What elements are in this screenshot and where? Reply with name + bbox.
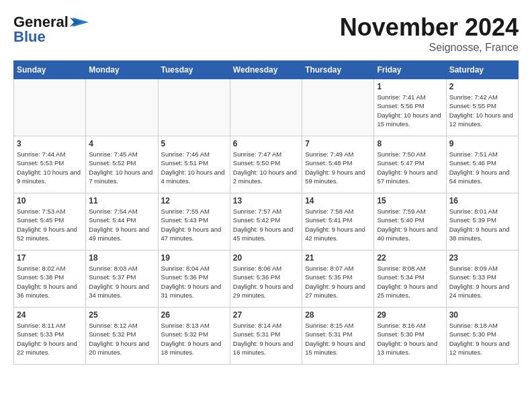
day-info: Sunrise: 8:15 AM Sunset: 5:31 PM Dayligh… — [305, 321, 371, 357]
day-info: Sunrise: 8:12 AM Sunset: 5:32 PM Dayligh… — [89, 321, 154, 357]
calendar-day-cell — [230, 79, 302, 136]
weekday-header-friday: Friday — [374, 61, 446, 79]
calendar-day-cell: 3Sunrise: 7:44 AM Sunset: 5:53 PM Daylig… — [14, 136, 86, 193]
day-number: 7 — [305, 139, 371, 148]
calendar-week-row: 3Sunrise: 7:44 AM Sunset: 5:53 PM Daylig… — [14, 136, 519, 193]
day-info: Sunrise: 8:16 AM Sunset: 5:30 PM Dayligh… — [377, 321, 443, 357]
day-number: 3 — [17, 139, 83, 148]
day-info: Sunrise: 7:44 AM Sunset: 5:53 PM Dayligh… — [17, 150, 83, 185]
day-number: 10 — [17, 196, 83, 205]
day-info: Sunrise: 7:49 AM Sunset: 5:48 PM Dayligh… — [305, 150, 371, 185]
day-number: 27 — [233, 310, 299, 320]
calendar-day-cell — [14, 79, 86, 136]
day-number: 12 — [161, 196, 227, 205]
calendar-day-cell: 27Sunrise: 8:14 AM Sunset: 5:31 PM Dayli… — [230, 308, 302, 365]
calendar-day-cell: 26Sunrise: 8:13 AM Sunset: 5:32 PM Dayli… — [158, 308, 230, 365]
day-number: 28 — [305, 310, 371, 320]
calendar-day-cell: 29Sunrise: 8:16 AM Sunset: 5:30 PM Dayli… — [374, 308, 446, 365]
calendar-day-cell: 10Sunrise: 7:53 AM Sunset: 5:45 PM Dayli… — [14, 193, 86, 250]
calendar-table: SundayMondayTuesdayWednesdayThursdayFrid… — [13, 60, 519, 365]
day-number: 20 — [233, 253, 299, 263]
weekday-header-monday: Monday — [86, 61, 158, 79]
calendar-day-cell: 30Sunrise: 8:18 AM Sunset: 5:30 PM Dayli… — [446, 308, 518, 365]
day-info: Sunrise: 7:45 AM Sunset: 5:52 PM Dayligh… — [89, 150, 154, 185]
month-title: November 2024 — [340, 13, 519, 42]
day-number: 8 — [377, 139, 443, 148]
day-info: Sunrise: 7:57 AM Sunset: 5:42 PM Dayligh… — [233, 207, 299, 242]
day-number: 15 — [377, 196, 443, 205]
title-block: November 2024 Seignosse, France — [340, 13, 519, 54]
calendar-day-cell: 6Sunrise: 7:47 AM Sunset: 5:50 PM Daylig… — [230, 136, 302, 193]
day-info: Sunrise: 8:06 AM Sunset: 5:36 PM Dayligh… — [233, 264, 299, 300]
weekday-header-sunday: Sunday — [14, 61, 86, 79]
weekday-header-saturday: Saturday — [446, 61, 518, 79]
day-number: 29 — [377, 310, 443, 320]
day-number: 30 — [449, 310, 515, 320]
calendar-day-cell: 28Sunrise: 8:15 AM Sunset: 5:31 PM Dayli… — [302, 308, 374, 365]
day-number: 1 — [377, 82, 443, 91]
calendar-day-cell: 16Sunrise: 8:01 AM Sunset: 5:39 PM Dayli… — [446, 193, 518, 250]
day-number: 24 — [17, 310, 83, 320]
day-info: Sunrise: 8:14 AM Sunset: 5:31 PM Dayligh… — [233, 321, 299, 357]
calendar-day-cell: 18Sunrise: 8:03 AM Sunset: 5:37 PM Dayli… — [86, 250, 158, 308]
day-number: 14 — [305, 196, 371, 205]
day-info: Sunrise: 7:50 AM Sunset: 5:47 PM Dayligh… — [377, 150, 443, 185]
calendar-day-cell: 9Sunrise: 7:51 AM Sunset: 5:46 PM Daylig… — [446, 136, 518, 193]
day-number: 22 — [377, 253, 443, 263]
day-number: 23 — [449, 253, 515, 263]
day-info: Sunrise: 7:46 AM Sunset: 5:51 PM Dayligh… — [161, 150, 227, 185]
day-number: 6 — [233, 139, 299, 148]
calendar-week-row: 24Sunrise: 8:11 AM Sunset: 5:33 PM Dayli… — [14, 308, 519, 365]
calendar-day-cell — [302, 79, 374, 136]
day-number: 26 — [161, 310, 227, 320]
page-header: General Blue November 2024 Seignosse, Fr… — [13, 13, 519, 54]
day-info: Sunrise: 7:58 AM Sunset: 5:41 PM Dayligh… — [305, 207, 371, 242]
day-info: Sunrise: 8:09 AM Sunset: 5:33 PM Dayligh… — [449, 264, 515, 300]
day-number: 17 — [17, 253, 83, 263]
day-number: 18 — [89, 253, 154, 263]
day-info: Sunrise: 7:51 AM Sunset: 5:46 PM Dayligh… — [449, 150, 515, 185]
day-number: 4 — [89, 139, 154, 148]
calendar-day-cell — [158, 79, 230, 136]
calendar-day-cell: 19Sunrise: 8:04 AM Sunset: 5:36 PM Dayli… — [158, 250, 230, 308]
calendar-day-cell — [86, 79, 158, 136]
calendar-day-cell: 23Sunrise: 8:09 AM Sunset: 5:33 PM Dayli… — [446, 250, 518, 308]
calendar-day-cell: 4Sunrise: 7:45 AM Sunset: 5:52 PM Daylig… — [86, 136, 158, 193]
day-number: 25 — [89, 310, 154, 320]
day-info: Sunrise: 7:54 AM Sunset: 5:44 PM Dayligh… — [89, 207, 154, 242]
day-info: Sunrise: 8:07 AM Sunset: 5:35 PM Dayligh… — [305, 264, 371, 300]
day-info: Sunrise: 7:53 AM Sunset: 5:45 PM Dayligh… — [17, 207, 83, 242]
weekday-header-tuesday: Tuesday — [158, 61, 230, 79]
calendar-day-cell: 11Sunrise: 7:54 AM Sunset: 5:44 PM Dayli… — [86, 193, 158, 250]
calendar-day-cell: 1Sunrise: 7:41 AM Sunset: 5:56 PM Daylig… — [374, 79, 446, 136]
day-info: Sunrise: 8:03 AM Sunset: 5:37 PM Dayligh… — [89, 264, 154, 300]
logo: General Blue — [13, 13, 89, 46]
calendar-day-cell: 7Sunrise: 7:49 AM Sunset: 5:48 PM Daylig… — [302, 136, 374, 193]
calendar-day-cell: 21Sunrise: 8:07 AM Sunset: 5:35 PM Dayli… — [302, 250, 374, 308]
calendar-day-cell: 20Sunrise: 8:06 AM Sunset: 5:36 PM Dayli… — [230, 250, 302, 308]
day-info: Sunrise: 7:42 AM Sunset: 5:55 PM Dayligh… — [449, 93, 515, 128]
location-subtitle: Seignosse, France — [340, 42, 519, 54]
calendar-day-cell: 12Sunrise: 7:55 AM Sunset: 5:43 PM Dayli… — [158, 193, 230, 250]
calendar-day-cell: 15Sunrise: 7:59 AM Sunset: 5:40 PM Dayli… — [374, 193, 446, 250]
day-number: 13 — [233, 196, 299, 205]
day-number: 16 — [449, 196, 515, 205]
day-info: Sunrise: 7:47 AM Sunset: 5:50 PM Dayligh… — [233, 150, 299, 185]
day-info: Sunrise: 8:04 AM Sunset: 5:36 PM Dayligh… — [161, 264, 227, 300]
day-number: 9 — [449, 139, 515, 148]
weekday-header-thursday: Thursday — [302, 61, 374, 79]
day-info: Sunrise: 7:55 AM Sunset: 5:43 PM Dayligh… — [161, 207, 227, 242]
day-info: Sunrise: 8:02 AM Sunset: 5:38 PM Dayligh… — [17, 264, 83, 300]
day-info: Sunrise: 8:11 AM Sunset: 5:33 PM Dayligh… — [17, 321, 83, 357]
calendar-day-cell: 22Sunrise: 8:08 AM Sunset: 5:34 PM Dayli… — [374, 250, 446, 308]
calendar-day-cell: 17Sunrise: 8:02 AM Sunset: 5:38 PM Dayli… — [14, 250, 86, 308]
calendar-day-cell: 5Sunrise: 7:46 AM Sunset: 5:51 PM Daylig… — [158, 136, 230, 193]
calendar-day-cell: 2Sunrise: 7:42 AM Sunset: 5:55 PM Daylig… — [446, 79, 518, 136]
weekday-header-wednesday: Wednesday — [230, 61, 302, 79]
day-info: Sunrise: 8:13 AM Sunset: 5:32 PM Dayligh… — [161, 321, 227, 357]
day-number: 21 — [305, 253, 371, 263]
calendar-day-cell: 25Sunrise: 8:12 AM Sunset: 5:32 PM Dayli… — [86, 308, 158, 365]
calendar-day-cell: 13Sunrise: 7:57 AM Sunset: 5:42 PM Dayli… — [230, 193, 302, 250]
day-number: 19 — [161, 253, 227, 263]
day-info: Sunrise: 8:08 AM Sunset: 5:34 PM Dayligh… — [377, 264, 443, 300]
